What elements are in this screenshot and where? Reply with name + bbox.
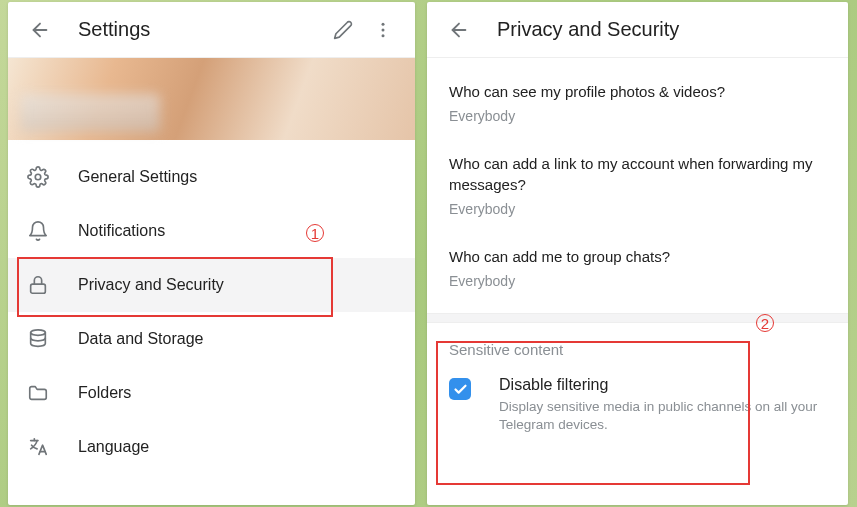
disable-filtering-text: Disable filtering Display sensitive medi… bbox=[499, 376, 826, 434]
privacy-panel: Privacy and Security Who can see my prof… bbox=[427, 2, 848, 505]
svg-rect-5 bbox=[31, 284, 46, 293]
privacy-item-forwarding[interactable]: Who can add a link to my account when fo… bbox=[449, 154, 826, 217]
menu-item-label: Privacy and Security bbox=[78, 276, 224, 294]
disable-filtering-row[interactable]: Disable filtering Display sensitive medi… bbox=[427, 368, 848, 452]
svg-point-3 bbox=[382, 34, 385, 37]
more-button[interactable] bbox=[363, 10, 403, 50]
menu-item-language[interactable]: Language bbox=[8, 420, 415, 474]
pencil-icon bbox=[333, 20, 353, 40]
privacy-item-photos[interactable]: Who can see my profile photos & videos? … bbox=[449, 82, 826, 124]
settings-title: Settings bbox=[78, 18, 323, 41]
profile-banner[interactable] bbox=[8, 58, 415, 140]
privacy-question: Who can add a link to my account when fo… bbox=[449, 154, 826, 195]
privacy-question: Who can see my profile photos & videos? bbox=[449, 82, 826, 102]
privacy-value: Everybody bbox=[449, 201, 826, 217]
menu-item-data-storage[interactable]: Data and Storage bbox=[8, 312, 415, 366]
menu-item-label: Language bbox=[78, 438, 149, 456]
svg-point-4 bbox=[35, 174, 41, 180]
language-icon bbox=[26, 435, 50, 459]
privacy-title: Privacy and Security bbox=[497, 18, 836, 41]
svg-point-6 bbox=[31, 330, 46, 336]
menu-item-privacy[interactable]: Privacy and Security bbox=[8, 258, 415, 312]
folder-icon bbox=[26, 381, 50, 405]
menu-item-label: Folders bbox=[78, 384, 131, 402]
privacy-value: Everybody bbox=[449, 273, 826, 289]
more-vertical-icon bbox=[373, 20, 393, 40]
menu-item-label: Data and Storage bbox=[78, 330, 203, 348]
menu-item-notifications[interactable]: Notifications bbox=[8, 204, 415, 258]
back-button[interactable] bbox=[20, 10, 60, 50]
privacy-list: Who can see my profile photos & videos? … bbox=[427, 58, 848, 319]
privacy-value: Everybody bbox=[449, 108, 826, 124]
privacy-item-groups[interactable]: Who can add me to group chats? Everybody bbox=[449, 247, 826, 289]
disable-filtering-title: Disable filtering bbox=[499, 376, 826, 394]
back-button[interactable] bbox=[439, 10, 479, 50]
svg-point-2 bbox=[382, 28, 385, 31]
lock-icon bbox=[26, 273, 50, 297]
check-icon bbox=[453, 382, 468, 397]
arrow-left-icon bbox=[29, 19, 51, 41]
arrow-left-icon bbox=[448, 19, 470, 41]
disable-filtering-desc: Display sensitive media in public channe… bbox=[499, 398, 826, 434]
settings-header: Settings bbox=[8, 2, 415, 58]
sensitive-section-title: Sensitive content bbox=[427, 323, 848, 368]
menu-item-label: General Settings bbox=[78, 168, 197, 186]
edit-button[interactable] bbox=[323, 10, 363, 50]
menu-item-label: Notifications bbox=[78, 222, 165, 240]
privacy-question: Who can add me to group chats? bbox=[449, 247, 826, 267]
svg-point-1 bbox=[382, 22, 385, 25]
settings-menu: General Settings Notifications Privacy a… bbox=[8, 140, 415, 474]
disable-filtering-checkbox[interactable] bbox=[449, 378, 471, 400]
privacy-header: Privacy and Security bbox=[427, 2, 848, 58]
menu-item-general[interactable]: General Settings bbox=[8, 150, 415, 204]
database-icon bbox=[26, 327, 50, 351]
bell-icon bbox=[26, 219, 50, 243]
gear-icon bbox=[26, 165, 50, 189]
menu-item-folders[interactable]: Folders bbox=[8, 366, 415, 420]
settings-panel: Settings General Settings Notifications bbox=[8, 2, 415, 505]
section-divider bbox=[427, 313, 848, 323]
